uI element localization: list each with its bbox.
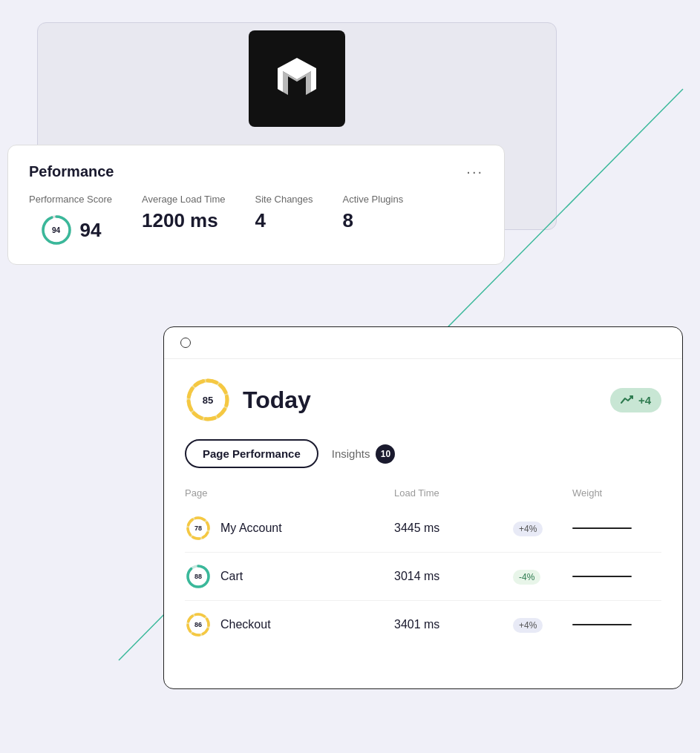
today-score-value: 85 <box>203 395 213 406</box>
avg-load-value: 1200 ms <box>142 209 226 232</box>
weight-cart <box>572 576 632 578</box>
load-time-my-account: 3445 ms <box>394 522 513 535</box>
table-row: 86 Checkout 3401 ms +4% <box>185 601 661 648</box>
metric-performance-score: Performance Score 94 94 <box>29 194 112 246</box>
metric-active-plugins: Active Plugins 8 <box>343 194 404 232</box>
perf-score-ring: 94 <box>40 214 73 246</box>
today-score-ring: 85 <box>185 377 231 423</box>
metric-avg-load-time: Average Load Time 1200 ms <box>142 194 226 232</box>
trend-value: +4 <box>638 394 651 407</box>
col-header-page: Page <box>185 487 394 499</box>
page-name-my-account: My Account <box>220 522 282 535</box>
dots-menu-button[interactable]: ··· <box>466 163 483 180</box>
tab-row: Page Performance Insights 10 <box>185 439 661 468</box>
insights-count-badge: 10 <box>376 444 395 464</box>
site-changes-value: 4 <box>255 209 313 232</box>
delta-cart: -4% <box>513 570 572 583</box>
weight-checkout <box>572 624 632 626</box>
table-row: 78 My Account 3445 ms +4% <box>185 504 661 553</box>
active-plugins-label: Active Plugins <box>343 194 404 205</box>
load-time-checkout: 3401 ms <box>394 618 513 631</box>
checkout-score-ring: 86 <box>185 611 212 638</box>
trend-up-icon <box>621 395 634 405</box>
perf-score-value: 94 <box>80 219 102 242</box>
delta-checkout: +4% <box>513 618 572 631</box>
col-header-weight: Weight <box>572 487 661 499</box>
col-header-empty <box>513 487 572 499</box>
perf-score-ring-label: 94 <box>52 226 60 234</box>
col-header-load-time: Load Time <box>394 487 513 499</box>
weight-my-account <box>572 527 632 530</box>
main-performance-card: 85 Today +4 Page Performance Insights 10 <box>163 326 683 689</box>
page-cell-my-account: 78 My Account <box>185 515 394 542</box>
active-plugins-value: 8 <box>343 209 404 232</box>
magento-logo <box>249 30 345 127</box>
page-cell-cart: 88 Cart <box>185 563 394 590</box>
trend-badge: +4 <box>610 388 661 412</box>
page-performance-table: Page Load Time Weight 78 My Account <box>185 487 661 648</box>
tab-page-performance[interactable]: Page Performance <box>185 439 318 468</box>
load-time-cart: 3014 ms <box>394 570 513 583</box>
perf-metrics-row: Performance Score 94 94 Average Load Tim… <box>29 194 483 246</box>
avg-load-label: Average Load Time <box>142 194 226 205</box>
score-left-group: 85 Today <box>185 377 311 423</box>
page-name-cart: Cart <box>220 570 243 583</box>
today-label: Today <box>243 387 311 414</box>
my-account-score-ring: 78 <box>185 515 212 542</box>
perf-score-label: Performance Score <box>29 194 112 205</box>
table-row: 88 Cart 3014 ms -4% <box>185 553 661 601</box>
page-name-checkout: Checkout <box>220 618 271 631</box>
cart-score: 88 <box>194 573 202 580</box>
site-changes-label: Site Changes <box>255 194 313 205</box>
tab-insights[interactable]: Insights 10 <box>332 444 396 464</box>
page-cell-checkout: 86 Checkout <box>185 611 394 638</box>
checkout-score: 86 <box>194 621 202 628</box>
performance-card: Peformance ··· Performance Score 94 94 A… <box>7 145 505 265</box>
window-circle-button[interactable] <box>180 338 191 348</box>
my-account-score: 78 <box>194 525 202 532</box>
card-titlebar <box>164 327 682 359</box>
metric-site-changes: Site Changes 4 <box>255 194 313 232</box>
table-header: Page Load Time Weight <box>185 487 661 504</box>
score-today-row: 85 Today +4 <box>185 377 661 423</box>
cart-score-ring: 88 <box>185 563 212 590</box>
perf-card-title: Peformance <box>29 163 114 180</box>
delta-my-account: +4% <box>513 522 572 535</box>
